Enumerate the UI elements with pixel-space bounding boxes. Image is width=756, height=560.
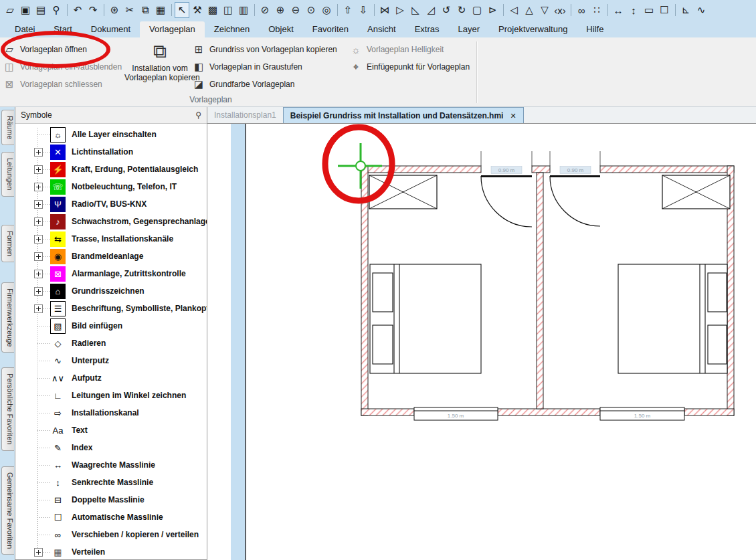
tree-item-notbeleuchtung[interactable]: ☏ Notbeleuchtung, Telefon, IT bbox=[15, 178, 207, 195]
tree-item-trasse[interactable]: ⇆ Trasse, Installationskanäle bbox=[15, 230, 207, 248]
tree-item-installationskanal[interactable]: ⇨ Installationskanal bbox=[15, 404, 207, 422]
insert-object-icon[interactable]: ⊛ bbox=[107, 2, 122, 18]
expand-icon[interactable] bbox=[34, 548, 43, 557]
enlarge-icon[interactable]: ⊳ bbox=[485, 2, 500, 18]
freehand-icon[interactable]: ∿ bbox=[694, 2, 708, 18]
vorlageplan-in-graustufen-button[interactable]: ◧ Vorlageplan in Graustufen bbox=[192, 59, 302, 75]
tree-item-verschieben-kopieren-verteilen[interactable]: ∞ Verschieben / kopieren / verteilen bbox=[15, 526, 207, 543]
tree-item-aufputz[interactable]: ∧∨ Aufputz bbox=[15, 369, 207, 387]
menu-hilfe[interactable]: Hilfe bbox=[577, 21, 613, 37]
side-tab-gemeinsame-favoriten[interactable]: Gemeinsame Favoriten bbox=[1, 466, 14, 555]
rectangle-icon[interactable]: ▭ bbox=[642, 2, 656, 18]
rotate-left-icon[interactable]: ↺ bbox=[439, 2, 454, 18]
expand-icon[interactable] bbox=[34, 270, 43, 278]
menu-zeichnen[interactable]: Zeichnen bbox=[205, 21, 259, 37]
move-copy-icon[interactable]: ∞ bbox=[574, 2, 589, 18]
properties-icon[interactable]: ◫ bbox=[221, 2, 235, 18]
tree-item-grundrisszeichnen[interactable]: ⌂ Grundrisszeichnen bbox=[15, 282, 207, 300]
tree-item-kraft-erdung[interactable]: ⚡ Kraft, Erdung, Potentialausgleich bbox=[15, 161, 207, 178]
expand-icon[interactable] bbox=[34, 304, 43, 313]
tree-item-schwachstrom[interactable]: ♪ Schwachstrom, Gegensprechanlage bbox=[15, 213, 207, 230]
vorlageplan-oeffnen-button[interactable]: ▱ Vorlageplan öffnen bbox=[3, 41, 87, 58]
undo-icon[interactable]: ↶ bbox=[70, 2, 85, 18]
pin-icon[interactable]: ⚲ bbox=[195, 110, 201, 120]
expand-icon[interactable] bbox=[34, 200, 43, 209]
tab-installationsplan1[interactable]: Installationsplan1 bbox=[207, 107, 283, 123]
save-icon[interactable]: ▣ bbox=[18, 2, 33, 18]
menu-vorlageplan[interactable]: Vorlageplan bbox=[140, 21, 205, 37]
tree-item-lichtinstallation[interactable]: ✕ Lichtinstallation bbox=[15, 143, 207, 161]
skew-right-icon[interactable]: ◿ bbox=[423, 2, 438, 18]
copy-icon[interactable]: ⧉ bbox=[138, 2, 153, 18]
tree-item-brandmeldeanlage[interactable]: ◉ Brandmeldeanlage bbox=[15, 248, 207, 265]
menu-projektverwaltung[interactable]: Projektverwaltung bbox=[489, 21, 577, 37]
tree-item-senkrechte-masslinie[interactable]: ↕ Senkrechte Masslinie bbox=[15, 474, 207, 491]
expand-icon[interactable] bbox=[34, 217, 43, 226]
tree-item-text[interactable]: Aa Text bbox=[15, 422, 207, 439]
open-icon[interactable]: ▱ bbox=[3, 2, 17, 18]
vorlageplan-schliessen-button[interactable]: ⊠ Vorlageplan schliessen bbox=[3, 76, 102, 92]
tree-item-bild-einfuegen[interactable]: ▧ Bild einfügen bbox=[15, 317, 207, 335]
tools-icon[interactable]: ⚒ bbox=[190, 2, 205, 18]
move-up-icon[interactable]: ⇧ bbox=[341, 2, 355, 18]
redo-icon[interactable]: ↷ bbox=[86, 2, 100, 18]
move-down-icon[interactable]: ⇩ bbox=[356, 2, 371, 18]
menu-start[interactable]: Start bbox=[44, 21, 81, 37]
tree-item-doppelte-masslinie[interactable]: ⊟ Doppelte Masslinie bbox=[15, 491, 207, 508]
mirror-vertical-icon[interactable]: ⋈ bbox=[377, 2, 392, 18]
menu-dokument[interactable]: Dokument bbox=[82, 21, 140, 37]
dimension-vertical-icon[interactable]: ↕ bbox=[626, 2, 641, 18]
stretch-down-icon[interactable]: ▽ bbox=[537, 2, 552, 18]
shrink-icon[interactable]: ◁ bbox=[506, 2, 521, 18]
select-pointer-icon[interactable]: ↖ bbox=[175, 2, 189, 18]
menu-extras[interactable]: Extras bbox=[405, 21, 449, 37]
installation-vom-vorlageplan-kopieren-button[interactable]: ⧉ Installation vom Vorlageplan kopieren bbox=[124, 39, 195, 82]
tree-item-unterputz[interactable]: ∿ Unterputz bbox=[15, 352, 207, 369]
einfuegepunkt-fuer-vorlageplan-button[interactable]: ⌖ Einfügepunkt für Vorlageplan bbox=[349, 59, 470, 75]
tree-item-index[interactable]: ✎ Index bbox=[15, 439, 207, 456]
tree-item-leitungen-im-winkel[interactable]: ∟ Leitungen im Winkel zeichnen bbox=[15, 387, 207, 404]
grundriss-von-vorlageplan-kopieren-button[interactable]: ⊞ Grundriss von Vorlageplan kopieren bbox=[192, 41, 337, 58]
tree-item-alle-layer-einschalten[interactable]: ☼ Alle Layer einschalten bbox=[15, 126, 207, 143]
tree-item-automatische-masslinie[interactable]: ☐ Automatische Masslinie bbox=[15, 508, 207, 526]
expand-icon[interactable] bbox=[34, 235, 43, 244]
zoom-window-icon[interactable]: ◎ bbox=[319, 2, 334, 18]
side-tab-raeume[interactable]: Räume bbox=[1, 110, 14, 145]
cut-icon[interactable]: ✂ bbox=[122, 2, 137, 18]
dimension-horizontal-icon[interactable]: ↔ bbox=[611, 2, 626, 18]
grundfarbe-vorlageplan-button[interactable]: ◪ Grundfarbe Vorlageplan bbox=[192, 76, 294, 92]
rectangle-dashed-icon[interactable]: ☐ bbox=[657, 2, 672, 18]
skew-left-icon[interactable]: ◺ bbox=[408, 2, 423, 18]
zoom-off-icon[interactable]: ⊘ bbox=[258, 2, 272, 18]
mirror-horizontal-icon[interactable]: ▷ bbox=[393, 2, 407, 18]
tree-item-radieren[interactable]: ◇ Radieren bbox=[15, 335, 207, 352]
zoom-in-icon[interactable]: ⊕ bbox=[273, 2, 288, 18]
tree-item-verteilen[interactable]: ▦ Verteilen bbox=[15, 543, 207, 560]
expand-icon[interactable] bbox=[34, 165, 43, 174]
print-icon[interactable]: ▤ bbox=[33, 2, 48, 18]
stretch-up-icon[interactable]: △ bbox=[522, 2, 537, 18]
tree-item-waagrechte-masslinie[interactable]: ↔ Waagrechte Masslinie bbox=[15, 456, 207, 474]
tree-item-alarmanlage[interactable]: ⊠ Alarmanlage, Zutrittskontrolle bbox=[15, 265, 207, 282]
side-tab-firmenwerkzeuge[interactable]: Firmenwerkzeuge bbox=[1, 282, 14, 353]
print-preview-icon[interactable]: ⚲ bbox=[49, 2, 64, 18]
menu-layer[interactable]: Layer bbox=[449, 21, 490, 37]
zoom-out-icon[interactable]: ⊖ bbox=[288, 2, 303, 18]
rotate-right-icon[interactable]: ↻ bbox=[454, 2, 469, 18]
menu-favoriten[interactable]: Favoriten bbox=[303, 21, 358, 37]
expand-icon[interactable] bbox=[34, 287, 43, 296]
scale-icon[interactable]: ▢ bbox=[470, 2, 484, 18]
scale-x-icon[interactable]: ‹x› bbox=[553, 2, 567, 18]
tree-item-radio-tv-bus-knx[interactable]: Ψ Radio/TV, BUS-KNX bbox=[15, 195, 207, 213]
zoom-previous-icon[interactable]: ⊙ bbox=[304, 2, 318, 18]
database-icon[interactable]: ▥ bbox=[236, 2, 251, 18]
distribute-icon[interactable]: ∷ bbox=[589, 2, 604, 18]
menu-objekt[interactable]: Objekt bbox=[259, 21, 303, 37]
menu-ansicht[interactable]: Ansicht bbox=[358, 21, 405, 37]
tree-item-beschriftung[interactable]: ☰ Beschriftung, Symbolliste, Plankopf bbox=[15, 300, 207, 317]
expand-icon[interactable] bbox=[34, 148, 43, 157]
tab-beispiel-grundriss[interactable]: Beispiel Grundriss mit Installation und … bbox=[283, 107, 524, 123]
drawing-surface[interactable]: 0.90 m 0.90 m bbox=[207, 124, 756, 560]
menu-datei[interactable]: Datei bbox=[5, 21, 44, 37]
paste-icon[interactable]: ▦ bbox=[153, 2, 168, 18]
